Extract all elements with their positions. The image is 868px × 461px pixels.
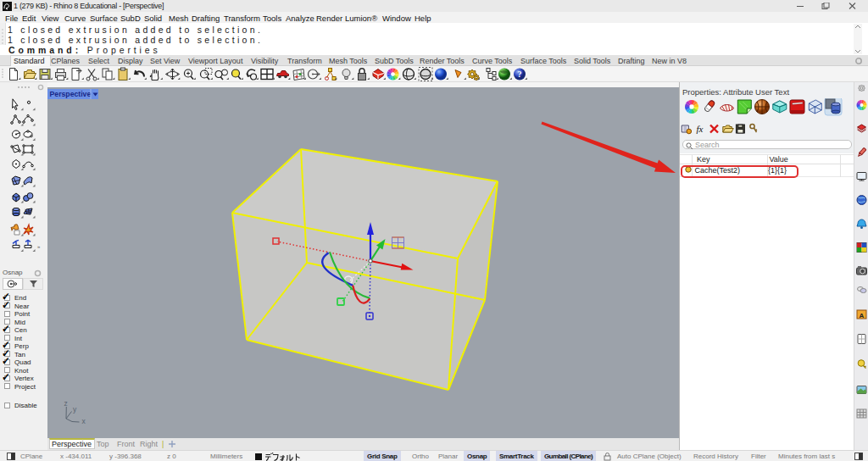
svg-text:A: A (860, 312, 865, 319)
svg-text:Perspective: Perspective (50, 90, 92, 98)
svg-text:fx: fx (697, 124, 704, 134)
svg-text:?: ? (518, 69, 522, 79)
svg-text:»: » (37, 244, 41, 249)
svg-text:z: z (64, 399, 68, 408)
